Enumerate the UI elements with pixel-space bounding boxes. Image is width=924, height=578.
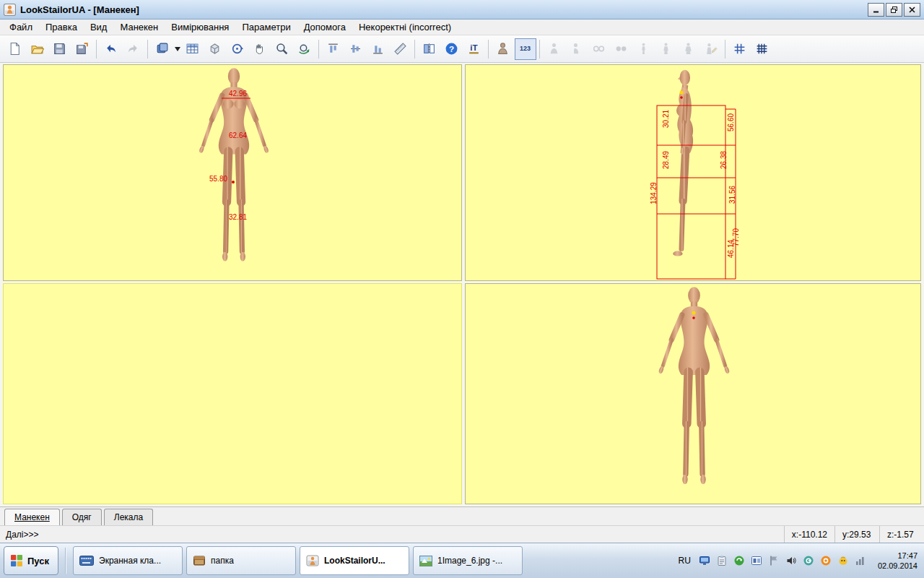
viewport-front[interactable]: 42.96 62.64 55.80 32.81 xyxy=(3,64,462,281)
measurement-label: 46.14 xyxy=(727,233,735,265)
status-next-link[interactable]: Далі>>> xyxy=(0,530,39,540)
window-title: LookStailorUA - [Манекен] xyxy=(20,4,139,15)
tab-patterns[interactable]: Лекала xyxy=(104,509,153,525)
eyes-icon xyxy=(592,42,606,56)
menu-parameters[interactable]: Параметри xyxy=(235,20,297,34)
app-window: LookStailorUA - [Манекен] Файл Правка Ви… xyxy=(0,0,924,578)
save-button[interactable] xyxy=(49,38,71,60)
pan-button[interactable] xyxy=(249,38,271,60)
tab-patterns-label: Лекала xyxy=(114,512,143,522)
mirror-icon xyxy=(422,42,436,56)
ruler-icon xyxy=(393,42,407,56)
orbit-button[interactable] xyxy=(294,38,315,60)
tray-agent-icon[interactable] xyxy=(820,555,832,566)
pan-hand-icon xyxy=(253,42,266,56)
taskbar: Пуск Экранная кла... папка xyxy=(0,543,924,578)
toolbar-separator xyxy=(96,40,97,59)
tab-clothing[interactable]: Одяг xyxy=(62,509,102,525)
zoom-icon xyxy=(275,42,289,56)
clock[interactable]: 17:47 02.09.2014 xyxy=(872,551,918,571)
measure-table-button[interactable] xyxy=(182,38,204,60)
align-top-button[interactable] xyxy=(323,38,344,60)
figure-medium-icon xyxy=(659,42,673,56)
taskbar-app-image[interactable]: 1Image_6.jpg -... xyxy=(413,546,523,575)
grid-icon xyxy=(733,42,746,56)
open-button[interactable] xyxy=(27,38,48,60)
clock-time: 17:47 xyxy=(878,551,918,561)
viewport-back[interactable] xyxy=(465,283,921,504)
viewport-side[interactable]: 30.21 28.49 134.29 56.60 26.38 31.56 77.… xyxy=(465,64,921,281)
redo-icon xyxy=(126,42,140,56)
tab-clothing-label: Одяг xyxy=(72,512,92,522)
measure-text-glyph: iT xyxy=(470,43,477,52)
new-button[interactable] xyxy=(4,38,26,60)
mannequin-front-button xyxy=(544,38,565,60)
taskbar-app-label: Экранная кла... xyxy=(99,556,161,566)
mannequin-icon xyxy=(496,42,510,56)
menu-help[interactable]: Допомога xyxy=(297,20,352,34)
menu-file[interactable]: Файл xyxy=(3,20,39,34)
tray-volume-icon[interactable] xyxy=(785,555,797,566)
tray-lang-bar-icon[interactable] xyxy=(751,555,762,566)
taskbar-app-folder[interactable]: папка xyxy=(186,546,296,575)
mannequin-button[interactable] xyxy=(492,38,514,60)
toolbar-separator xyxy=(539,40,540,59)
restore-button[interactable] xyxy=(886,3,902,17)
tray-display-icon[interactable] xyxy=(699,555,710,566)
figure-slim-button xyxy=(633,38,655,60)
figure-slim-icon xyxy=(637,42,650,56)
rotate-view-button[interactable] xyxy=(227,38,248,60)
transform-3d-button[interactable] xyxy=(204,38,226,60)
grid-button[interactable] xyxy=(729,38,751,60)
help-button[interactable]: ? xyxy=(441,38,463,60)
mannequin-side-icon xyxy=(570,42,583,56)
ruler-button[interactable] xyxy=(390,38,411,60)
menu-incorrect[interactable]: Некоректні (incorrect) xyxy=(352,20,458,34)
taskbar-app-screen-keyboard[interactable]: Экранная кла... xyxy=(73,546,183,575)
folder-icon xyxy=(193,555,206,566)
taskbar-app-lookstailor[interactable]: LookStailorU... xyxy=(300,546,409,575)
measurement-label: 56.60 xyxy=(727,107,735,139)
tray-mailagent-icon[interactable] xyxy=(837,555,849,566)
mannequin-back-figure xyxy=(653,285,735,504)
minimize-button[interactable] xyxy=(868,3,884,17)
align-middle-button[interactable] xyxy=(345,38,367,60)
viewport-empty[interactable] xyxy=(3,283,462,504)
measurement-label: 55.80 xyxy=(209,175,227,183)
tray-update-icon[interactable] xyxy=(733,555,745,566)
figure-full-button xyxy=(678,38,699,60)
render-mode-button[interactable] xyxy=(152,38,173,60)
toolbar-separator xyxy=(488,40,489,59)
taskbar-app-label: LookStailorU... xyxy=(324,556,385,566)
tray-eset-icon[interactable] xyxy=(803,555,814,566)
tab-mannequin[interactable]: Манекен xyxy=(4,509,60,525)
tray-flag-icon[interactable] xyxy=(768,555,780,566)
start-button[interactable]: Пуск xyxy=(4,546,58,575)
keyboard-icon xyxy=(79,556,94,566)
menu-edit[interactable]: Правка xyxy=(39,20,84,34)
tray-clipboard-icon[interactable] xyxy=(716,555,728,566)
menu-mannequin[interactable]: Манекен xyxy=(113,20,165,34)
measure-text-icon: iT xyxy=(467,42,481,56)
save-all-button[interactable] xyxy=(71,38,93,60)
viewport-grid: 42.96 62.64 55.80 32.81 xyxy=(0,63,924,506)
close-button[interactable] xyxy=(904,3,920,17)
render-mode-dropdown[interactable] xyxy=(173,38,181,60)
language-indicator[interactable]: RU xyxy=(676,554,693,567)
undo-button[interactable] xyxy=(100,38,122,60)
system-tray: RU 17:47 02.09.2014 xyxy=(676,551,920,571)
menu-view[interactable]: Вид xyxy=(84,20,114,34)
coordinate-z: z:-1.57 xyxy=(879,526,924,543)
menu-measurement[interactable]: Вимірювання xyxy=(165,20,235,34)
numbers-display-button[interactable]: 123 xyxy=(515,38,536,60)
restore-icon xyxy=(890,6,898,14)
measurement-label: 28.49 xyxy=(662,144,670,176)
minimize-icon xyxy=(872,6,880,14)
grid-fine-button[interactable] xyxy=(751,38,773,60)
zoom-button[interactable] xyxy=(271,38,293,60)
tray-stats-icon[interactable] xyxy=(855,555,866,566)
align-bottom-button[interactable] xyxy=(367,38,389,60)
measure-text-button[interactable]: iT xyxy=(463,38,485,60)
mirror-button[interactable] xyxy=(419,38,440,60)
save-all-icon xyxy=(75,42,89,56)
